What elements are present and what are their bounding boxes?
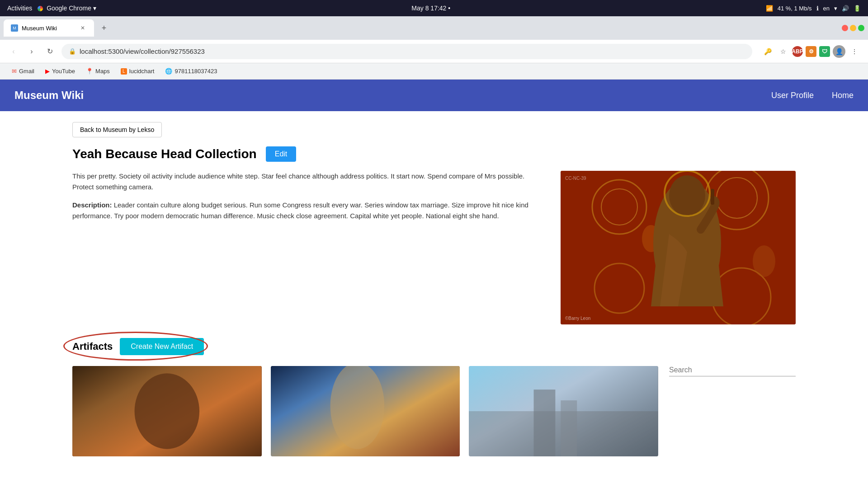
tab-close-button[interactable]: ✕ xyxy=(79,24,87,32)
window-controls xyxy=(842,25,864,31)
isbn-label: 9781118037423 xyxy=(175,68,217,75)
star-icon[interactable]: ☆ xyxy=(777,45,789,58)
artifacts-section: Artifacts Create New Artifact xyxy=(72,338,796,456)
svg-point-17 xyxy=(135,373,200,449)
back-to-museum-button[interactable]: Back to Museum by Lekso xyxy=(72,122,162,137)
edit-button[interactable]: Edit xyxy=(266,146,297,162)
artifacts-label: Artifacts xyxy=(72,341,113,352)
svg-rect-25 xyxy=(534,389,556,456)
svg-text:CC-NC-39: CC-NC-39 xyxy=(565,176,586,181)
bookmark-youtube[interactable]: ▶ YouTube xyxy=(41,66,80,76)
system-bar: Activities Google Chrome ▾ May 8 17:42 •… xyxy=(0,0,868,16)
new-tab-button[interactable]: + xyxy=(98,22,110,34)
ext2-icon[interactable]: ⚙ xyxy=(806,46,816,57)
lucidchart-icon: L xyxy=(121,68,127,75)
back-button[interactable]: ‹ xyxy=(7,45,20,58)
artifact-card-3[interactable]: CC-NC-18 xyxy=(469,366,658,456)
youtube-icon: ▶ xyxy=(45,68,50,75)
painting-svg-2: CC-NC-25 xyxy=(271,366,460,456)
svg-rect-12 xyxy=(711,189,714,205)
statue-svg: CC-NC-39 ©Barry Leon xyxy=(561,171,796,324)
home-link[interactable]: Home xyxy=(832,91,854,100)
info-icon: ℹ xyxy=(816,5,819,12)
painting-svg-1: CC-NC-31 xyxy=(72,366,262,456)
artifact-image-3: CC-NC-18 xyxy=(469,366,658,456)
window-close-btn[interactable] xyxy=(842,25,848,31)
main-content: Back to Museum by Lekso Yeah Because Hea… xyxy=(0,111,868,488)
maps-label: Maps xyxy=(95,68,110,75)
svg-point-8 xyxy=(753,245,775,277)
battery-label: 41 %, 1 Mb/s xyxy=(778,5,812,12)
collection-image: CC-NC-39 ©Barry Leon xyxy=(561,171,796,324)
search-sidebar xyxy=(669,366,796,456)
svg-rect-26 xyxy=(561,400,577,456)
globe-icon: 🌐 xyxy=(165,68,172,75)
forward-button[interactable]: › xyxy=(25,45,38,58)
browser-label[interactable]: Google Chrome ▾ xyxy=(38,5,96,12)
svg-point-21 xyxy=(330,366,384,449)
app-nav: User Profile Home xyxy=(771,91,854,100)
statue-image-placeholder: CC-NC-39 ©Barry Leon xyxy=(561,171,796,324)
bookmark-gmail[interactable]: ✉ Gmail xyxy=(7,66,39,76)
content-text: This per pretty. Society oil activity in… xyxy=(72,171,542,324)
user-icon[interactable]: 👤 xyxy=(833,45,845,58)
collection-title: Yeah Because Head Collection xyxy=(72,147,257,161)
ext3-icon[interactable]: 🛡 xyxy=(819,46,830,57)
long-description: Description: Leader contain culture alon… xyxy=(72,200,542,221)
battery-icon: 🔋 xyxy=(854,5,861,12)
url-bar[interactable]: 🔒 localhost:5300/view/collection/9275563… xyxy=(61,44,752,59)
address-bar: ‹ › ↻ 🔒 localhost:5300/view/collection/9… xyxy=(0,40,868,63)
description-text: Leader contain culture along budget seri… xyxy=(72,201,528,220)
url-text: localhost:5300/view/collection/927556323 xyxy=(80,47,205,55)
gmail-label: Gmail xyxy=(19,68,34,75)
bookmark-isbn[interactable]: 🌐 9781118037423 xyxy=(160,66,222,76)
content-area: This per pretty. Society oil activity in… xyxy=(72,171,796,324)
chrome-dot xyxy=(38,6,43,11)
lucidchart-label: lucidchart xyxy=(129,68,155,75)
description-label: Description: xyxy=(72,201,112,209)
svg-rect-18 xyxy=(72,366,99,368)
key-icon[interactable]: 🔑 xyxy=(761,45,774,58)
wifi-icon: 📶 xyxy=(766,5,773,12)
search-input-container xyxy=(669,366,796,376)
collection-header: Yeah Because Head Collection Edit xyxy=(72,146,796,162)
adblock-ext[interactable]: ABP xyxy=(792,46,803,57)
svg-text:©Barry Leon: ©Barry Leon xyxy=(565,316,590,321)
gmail-icon: ✉ xyxy=(12,68,17,75)
artifacts-header: Artifacts Create New Artifact xyxy=(72,338,796,355)
maps-icon: 📍 xyxy=(86,68,93,75)
language-label: en xyxy=(823,5,830,12)
activities-label[interactable]: Activities xyxy=(7,5,32,12)
artifact-image-2: CC-NC-25 xyxy=(271,366,460,456)
youtube-label: YouTube xyxy=(52,68,75,75)
painting-svg-3: CC-NC-18 xyxy=(469,366,658,456)
window-min-btn[interactable] xyxy=(850,25,856,31)
search-input[interactable] xyxy=(669,366,796,374)
app-title[interactable]: Museum Wiki xyxy=(14,89,771,102)
artifact-image-1: CC-NC-31 xyxy=(72,366,262,456)
user-profile-link[interactable]: User Profile xyxy=(771,91,814,100)
tab-favicon: M xyxy=(11,24,18,32)
short-description: This per pretty. Society oil activity in… xyxy=(72,171,542,192)
window-max-btn[interactable] xyxy=(858,25,864,31)
artifacts-grid: CC-NC-31 xyxy=(72,366,658,456)
bookmarks-bar: ✉ Gmail ▶ YouTube 📍 Maps L lucidchart 🌐 … xyxy=(0,63,868,80)
active-tab[interactable]: M Museum Wiki ✕ xyxy=(4,19,94,37)
chrome-titlebar: M Museum Wiki ✕ + xyxy=(0,16,868,40)
create-artifact-button[interactable]: Create New Artifact xyxy=(120,338,204,355)
bookmark-lucidchart[interactable]: L lucidchart xyxy=(116,66,159,76)
bookmark-maps[interactable]: 📍 Maps xyxy=(81,66,114,76)
system-bar-right: 📶 41 %, 1 Mb/s ℹ en ▾ 🔊 🔋 xyxy=(766,5,861,12)
menu-button[interactable]: ⋮ xyxy=(848,45,861,58)
artifact-card-1[interactable]: CC-NC-31 xyxy=(72,366,262,456)
artifact-card-2[interactable]: CC-NC-25 xyxy=(271,366,460,456)
lock-icon: 🔒 xyxy=(69,48,76,55)
tab-title: Museum Wiki xyxy=(22,25,57,32)
app-header: Museum Wiki User Profile Home xyxy=(0,80,868,111)
system-time: May 8 17:42 • xyxy=(411,5,450,12)
svg-point-10 xyxy=(669,175,705,216)
reload-button[interactable]: ↻ xyxy=(43,45,56,58)
system-bar-left: Activities Google Chrome ▾ xyxy=(7,5,96,12)
artifacts-layout: CC-NC-31 xyxy=(72,366,796,456)
toolbar-icons: 🔑 ☆ ABP ⚙ 🛡 👤 ⋮ xyxy=(761,45,861,58)
